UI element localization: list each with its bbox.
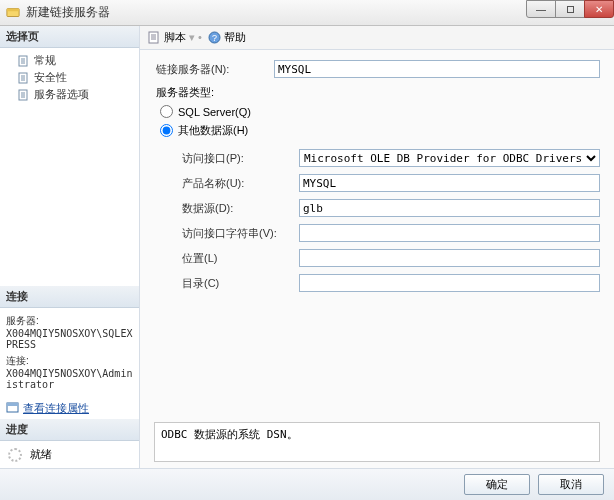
progress-header: 进度: [0, 419, 139, 441]
maximize-button[interactable]: [555, 0, 585, 18]
sql-server-radio-label: SQL Server(Q): [178, 106, 251, 118]
window-controls: — ✕: [527, 0, 614, 25]
data-source-input[interactable]: [299, 199, 600, 217]
svg-rect-6: [7, 403, 18, 406]
tree-item-options[interactable]: 服务器选项: [4, 86, 135, 103]
help-icon: ?: [208, 31, 221, 44]
server-value: X004MQIY5NOSXOY\SQLEXPRESS: [6, 328, 133, 350]
product-name-label: 产品名称(U):: [154, 176, 299, 191]
window-title: 新建链接服务器: [26, 4, 527, 21]
connection-header: 连接: [0, 286, 139, 308]
help-label: 帮助: [224, 30, 246, 45]
select-page-header: 选择页: [0, 26, 139, 48]
app-icon: [6, 6, 20, 20]
page-icon: [18, 72, 30, 84]
script-dropdown: ▾ •: [189, 31, 202, 44]
script-button[interactable]: 脚本 ▾ •: [148, 30, 202, 45]
svg-rect-1: [7, 8, 19, 11]
tree-label: 服务器选项: [34, 87, 89, 102]
other-source-radio-label: 其他数据源(H): [178, 123, 248, 138]
provider-label: 访问接口(P):: [154, 151, 299, 166]
help-button[interactable]: ? 帮助: [208, 30, 246, 45]
cancel-button[interactable]: 取消: [538, 474, 604, 495]
link-icon: [6, 401, 19, 416]
progress-text: 就绪: [30, 447, 52, 462]
titlebar: 新建链接服务器 — ✕: [0, 0, 614, 26]
close-button[interactable]: ✕: [584, 0, 614, 18]
page-icon: [18, 55, 30, 67]
provider-string-input[interactable]: [299, 224, 600, 242]
connection-info: 服务器: X004MQIY5NOSXOY\SQLEXPRESS 连接: X004…: [0, 308, 139, 398]
left-panel: 选择页 常规 安全性 服务器选项 连接 服务器: X004MQIY5NOSXOY…: [0, 26, 140, 468]
linked-server-label: 链接服务器(N):: [154, 62, 274, 77]
form-area: 链接服务器(N): 服务器类型: SQL Server(Q) 其他数据源(H) …: [140, 50, 614, 418]
product-name-input[interactable]: [299, 174, 600, 192]
location-input[interactable]: [299, 249, 600, 267]
view-connection-properties-link[interactable]: 查看连接属性: [0, 398, 139, 419]
other-source-radio[interactable]: [160, 124, 173, 137]
conn-label: 连接:: [6, 354, 133, 368]
location-label: 位置(L): [154, 251, 299, 266]
svg-text:?: ?: [212, 33, 217, 43]
spinner-icon: [8, 448, 22, 462]
progress-status: 就绪: [0, 441, 139, 468]
footer: 确定 取消: [0, 468, 614, 500]
minimize-button[interactable]: —: [526, 0, 556, 18]
conn-value: X004MQIY5NOSXOY\Administrator: [6, 368, 133, 390]
catalog-input[interactable]: [299, 274, 600, 292]
tree-label: 安全性: [34, 70, 67, 85]
tree-item-security[interactable]: 安全性: [4, 69, 135, 86]
toolbar: 脚本 ▾ • ? 帮助: [140, 26, 614, 50]
hint-box: ODBC 数据源的系统 DSN。: [154, 422, 600, 462]
page-icon: [18, 89, 30, 101]
server-label: 服务器:: [6, 314, 133, 328]
tree-item-general[interactable]: 常规: [4, 52, 135, 69]
provider-select[interactable]: Microsoft OLE DB Provider for ODBC Drive…: [299, 149, 600, 167]
right-panel: 脚本 ▾ • ? 帮助 链接服务器(N): 服务器类型: SQL Server(…: [140, 26, 614, 468]
script-label: 脚本: [164, 30, 186, 45]
page-tree: 常规 安全性 服务器选项: [0, 48, 139, 111]
server-type-label: 服务器类型:: [156, 85, 600, 100]
tree-label: 常规: [34, 53, 56, 68]
catalog-label: 目录(C): [154, 276, 299, 291]
data-source-label: 数据源(D):: [154, 201, 299, 216]
provider-string-label: 访问接口字符串(V):: [154, 226, 299, 241]
sql-server-radio[interactable]: [160, 105, 173, 118]
script-icon: [148, 31, 161, 44]
link-text: 查看连接属性: [23, 401, 89, 416]
linked-server-input[interactable]: [274, 60, 600, 78]
ok-button[interactable]: 确定: [464, 474, 530, 495]
